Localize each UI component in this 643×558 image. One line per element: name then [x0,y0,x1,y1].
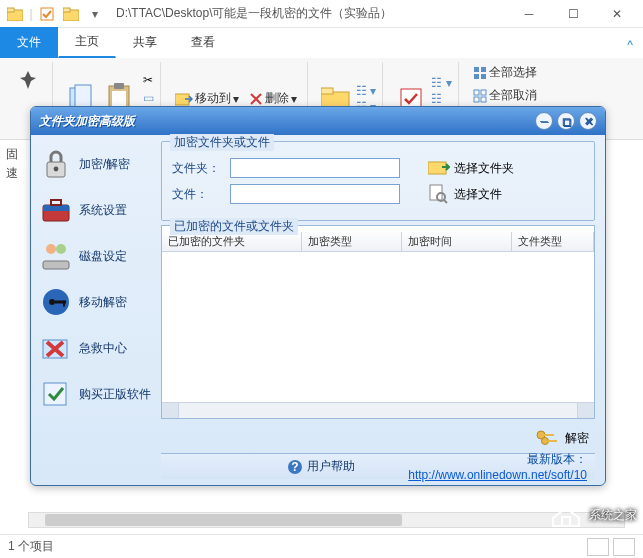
table-header: 已加密的文件夹 加密类型 加密时间 文件类型 [162,232,594,252]
svg-rect-35 [44,383,66,405]
svg-point-31 [49,299,55,305]
maximize-button[interactable]: ☐ [551,0,595,28]
sidebar-label-disk: 磁盘设定 [79,248,127,265]
watermark-logo-icon [549,502,583,528]
help-icon: ? [287,459,303,475]
status-count: 1 个项目 [8,538,54,555]
svg-rect-33 [63,301,65,307]
table-hscrollbar[interactable] [162,402,594,418]
statusbar: 1 个项目 [0,534,643,558]
svg-rect-8 [114,83,124,89]
explorer-hscrollbar[interactable] [28,512,625,528]
folder-input[interactable] [230,158,400,178]
divider: | [28,3,34,25]
dialog-title: 文件夹加密高级版 [39,113,135,130]
view-details-button[interactable] [587,538,609,556]
sidebar-item-mobile[interactable]: 移动解密 [37,285,155,319]
view-icons-button[interactable] [613,538,635,556]
new-item-icon[interactable]: ☷ ▾ [356,84,376,98]
path-text: D:\TTAC\Desktop\可能是一段机密的文件（实验品） [116,5,507,22]
lock-icon [41,149,71,179]
open-icon[interactable]: ☷ ▾ [431,76,451,90]
select-none-label: 全部取消 [489,87,537,104]
decrypt-label: 解密 [565,430,589,447]
folder-icon[interactable] [4,3,26,25]
col-time[interactable]: 加密时间 [402,232,512,251]
svg-rect-17 [481,74,486,79]
close-button[interactable]: ✕ [595,0,639,28]
encrypted-list-fieldset: 已加密的文件或文件夹 已加密的文件夹 加密类型 加密时间 文件类型 [161,225,595,419]
sidebar-item-settings[interactable]: 系统设置 [37,193,155,227]
svg-rect-6 [75,85,91,107]
sidebar-item-encrypt[interactable]: 加密/解密 [37,147,155,181]
buy-icon [41,379,71,409]
quick-access-toolbar: | ▾ [4,3,106,25]
dialog-maximize-button[interactable]: ◻ [557,112,575,130]
sidebar-item-disk[interactable]: 磁盘设定 [37,239,155,273]
svg-rect-12 [321,88,333,94]
help-label: 用户帮助 [307,458,355,475]
col-filetype[interactable]: 文件类型 [512,232,594,251]
explorer-titlebar: | ▾ D:\TTAC\Desktop\可能是一段机密的文件（实验品） ─ ☐ … [0,0,643,28]
tab-home[interactable]: 主页 [58,26,116,58]
toolbox-icon [41,195,71,225]
edit-icon[interactable]: ☷ [431,92,451,106]
ribbon-expand-icon[interactable]: ^ [617,32,643,58]
svg-rect-21 [481,97,486,102]
col-type[interactable]: 加密类型 [302,232,402,251]
copy-path-icon[interactable]: ▭ [143,91,154,107]
sidebar-item-buy[interactable]: 购买正版软件 [37,377,155,411]
encryption-dialog: 文件夹加密高级版 ─ ◻ ✕ 加密/解密 系统设置 磁盘设定 移动解密 [30,106,606,486]
select-all-label: 全部选择 [489,64,537,81]
checkbox-icon[interactable] [36,3,58,25]
qat-dropdown-icon[interactable]: ▾ [84,3,106,25]
ribbon-tabs: 文件 主页 共享 查看 ^ [0,28,643,58]
svg-rect-26 [51,200,61,205]
svg-point-27 [46,244,56,254]
sidebar-label-encrypt: 加密/解密 [79,156,130,173]
tab-view[interactable]: 查看 [174,27,232,58]
select-all-button[interactable]: 全部选择 [469,62,541,83]
delete-label: 删除 [265,90,289,107]
file-input[interactable] [230,184,400,204]
file-label: 文件： [172,186,222,203]
pick-file-button[interactable]: 选择文件 [428,184,502,204]
dialog-minimize-button[interactable]: ─ [535,112,553,130]
pin-icon[interactable] [10,62,46,98]
svg-rect-29 [43,261,69,269]
svg-rect-16 [474,74,479,79]
dialog-sidebar: 加密/解密 系统设置 磁盘设定 移动解密 急救中心 购买正版软件 [31,135,161,485]
decrypt-button[interactable]: 解密 [535,427,589,449]
cut-icon[interactable]: ✂ [143,73,154,89]
tab-share[interactable]: 共享 [116,27,174,58]
left-truncated-labels: 固 速 [6,142,32,182]
qat-folder-icon[interactable] [60,3,82,25]
sidebar-label-mobile: 移动解密 [79,294,127,311]
table-body[interactable] [162,252,594,402]
dialog-close-button[interactable]: ✕ [579,112,597,130]
rescue-icon [41,333,71,363]
pick-folder-button[interactable]: 选择文件夹 [428,158,514,178]
minimize-button[interactable]: ─ [507,0,551,28]
watermark-text: 系统之家 [589,507,637,524]
select-none-button[interactable]: 全部取消 [469,85,541,106]
pick-file-label: 选择文件 [454,186,502,203]
view-buttons [587,538,635,556]
svg-point-23 [54,167,59,172]
left-label-1: 固 [6,146,32,163]
encrypted-list-legend: 已加密的文件或文件夹 [170,218,298,235]
svg-rect-2 [41,8,53,20]
folder-arrow-icon [428,158,448,178]
svg-rect-4 [63,8,70,12]
help-button[interactable]: ? 用户帮助 [287,458,355,475]
dialog-titlebar: 文件夹加密高级版 ─ ◻ ✕ [31,107,605,135]
dialog-footer: ? 用户帮助 最新版本： http://www.onlinedown.net/s… [161,453,595,479]
tab-file[interactable]: 文件 [0,27,58,58]
window-controls: ─ ☐ ✕ [507,0,639,28]
sidebar-label-rescue: 急救中心 [79,340,127,357]
svg-rect-15 [481,67,486,72]
dialog-panel: 加密文件夹或文件 文件夹： 选择文件夹 文件： 选择文件 [161,135,605,485]
version-link[interactable]: http://www.onlinedown.net/soft/10 [408,468,587,482]
encrypt-fieldset: 加密文件夹或文件 文件夹： 选择文件夹 文件： 选择文件 [161,141,595,221]
sidebar-item-rescue[interactable]: 急救中心 [37,331,155,365]
